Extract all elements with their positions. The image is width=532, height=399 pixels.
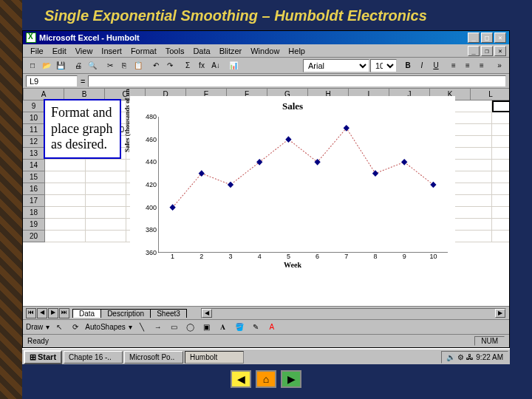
arrow-icon[interactable]: → bbox=[151, 321, 165, 334]
row-header[interactable]: 17 bbox=[23, 195, 45, 207]
line-icon[interactable]: ╲ bbox=[135, 321, 149, 334]
menu-help[interactable]: Help bbox=[284, 46, 310, 55]
instruction-callout: Format and place graph as desired. bbox=[44, 99, 121, 159]
doc-restore-button[interactable]: ❐ bbox=[481, 46, 493, 56]
font-name-select[interactable]: Arial bbox=[303, 59, 369, 72]
autoshapes-menu[interactable]: AutoShapes bbox=[85, 323, 126, 331]
cut-icon[interactable]: ✂ bbox=[103, 59, 117, 72]
taskbar-item[interactable]: Microsoft Po.. bbox=[124, 351, 183, 364]
menu-file[interactable]: File bbox=[26, 46, 48, 55]
start-button[interactable]: ⊞ Start bbox=[24, 350, 62, 364]
chart-icon[interactable]: 📊 bbox=[227, 59, 240, 72]
sheet-tab-data[interactable]: Data bbox=[72, 309, 101, 318]
taskbar-item-active[interactable]: Humbolt bbox=[185, 351, 244, 364]
sheet-tab-description[interactable]: Description bbox=[100, 309, 151, 318]
sheet-tabs-bar: ⏮ ◀ ▶ ⏭ Data Description Sheet3 ◀ ▶ bbox=[23, 306, 509, 319]
font-size-select[interactable]: 10 bbox=[370, 59, 397, 72]
menu-view[interactable]: View bbox=[71, 46, 98, 55]
autosum-icon[interactable]: Σ bbox=[181, 59, 194, 72]
row-header[interactable]: 12 bbox=[23, 136, 45, 148]
col-header[interactable]: A bbox=[24, 89, 64, 100]
align-left-icon[interactable]: ≡ bbox=[447, 59, 460, 72]
preview-icon[interactable]: 🔍 bbox=[86, 59, 99, 72]
embedded-chart[interactable]: Sales Sales (thousands of units) 3603804… bbox=[130, 96, 455, 273]
scroll-left-icon[interactable]: ◀ bbox=[202, 309, 212, 318]
home-slide-button[interactable]: ⌂ bbox=[256, 370, 276, 388]
oval-icon[interactable]: ◯ bbox=[184, 321, 197, 334]
rectangle-icon[interactable]: ▭ bbox=[168, 321, 181, 334]
align-center-icon[interactable]: ≡ bbox=[461, 59, 474, 72]
row-header[interactable]: 14 bbox=[23, 160, 45, 171]
next-slide-button[interactable]: ▶ bbox=[281, 370, 301, 388]
wordart-icon[interactable]: 𝐀 bbox=[216, 321, 230, 334]
sheet-area: A B C D E F G H I J K L 9 10 11 12 13 14… bbox=[23, 89, 509, 306]
tray-icon[interactable]: ⚙ bbox=[457, 353, 464, 361]
prev-slide-button[interactable]: ◀ bbox=[231, 370, 251, 388]
sort-asc-icon[interactable]: A↓ bbox=[209, 59, 222, 72]
row-header[interactable]: 9 bbox=[23, 100, 45, 112]
textbox-icon[interactable]: ▣ bbox=[200, 321, 214, 334]
maximize-button[interactable]: □ bbox=[481, 33, 493, 43]
italic-button[interactable]: I bbox=[415, 59, 429, 72]
row-header[interactable]: 11 bbox=[23, 124, 45, 136]
tab-prev-icon[interactable]: ◀ bbox=[37, 308, 47, 318]
chart-title: Sales bbox=[130, 96, 455, 115]
tray-icon[interactable]: 🔊 bbox=[446, 353, 455, 361]
row-header[interactable]: 20 bbox=[23, 231, 45, 242]
col-header[interactable]: L bbox=[471, 89, 509, 100]
doc-close-button[interactable]: × bbox=[494, 46, 506, 56]
x-ticks: 12345678910 bbox=[158, 253, 448, 262]
font-color-icon[interactable]: A bbox=[265, 321, 279, 334]
menu-blitzer[interactable]: Blitzer bbox=[215, 46, 247, 55]
minimize-button[interactable]: _ bbox=[468, 33, 480, 43]
formula-input[interactable] bbox=[88, 75, 506, 87]
select-objects-icon[interactable]: ↖ bbox=[52, 321, 66, 334]
decorative-left-stripe bbox=[0, 0, 22, 399]
row-header[interactable]: 16 bbox=[23, 183, 45, 195]
system-tray[interactable]: 🔊 ⚙ 🖧 9:22 AM bbox=[441, 351, 508, 364]
menu-edit[interactable]: Edit bbox=[48, 46, 71, 55]
undo-icon[interactable]: ↶ bbox=[149, 59, 163, 72]
new-icon[interactable]: □ bbox=[26, 59, 39, 72]
menu-format[interactable]: Format bbox=[126, 46, 161, 55]
tab-last-icon[interactable]: ⏭ bbox=[59, 308, 69, 318]
name-box[interactable]: L9 bbox=[26, 75, 78, 87]
horizontal-scrollbar[interactable]: ◀ ▶ bbox=[201, 308, 506, 318]
row-header[interactable]: 10 bbox=[23, 112, 45, 124]
menu-tools[interactable]: Tools bbox=[161, 46, 189, 55]
row-header[interactable]: 19 bbox=[23, 219, 45, 231]
function-icon[interactable]: fx bbox=[195, 59, 208, 72]
doc-minimize-button[interactable]: _ bbox=[468, 46, 480, 56]
excel-icon bbox=[26, 33, 36, 43]
save-icon[interactable]: 💾 bbox=[54, 59, 67, 72]
tab-first-icon[interactable]: ⏮ bbox=[26, 308, 36, 318]
draw-menu[interactable]: Draw bbox=[26, 323, 43, 331]
row-header[interactable]: 15 bbox=[23, 171, 45, 183]
open-icon[interactable]: 📂 bbox=[40, 59, 53, 72]
col-header[interactable]: B bbox=[64, 89, 105, 100]
svg-rect-28 bbox=[430, 182, 436, 188]
redo-icon[interactable]: ↷ bbox=[163, 59, 177, 72]
scroll-right-icon[interactable]: ▶ bbox=[495, 309, 505, 318]
paste-icon[interactable]: 📋 bbox=[132, 59, 145, 72]
more-icon[interactable]: » bbox=[493, 59, 506, 72]
close-button[interactable]: × bbox=[494, 33, 506, 43]
tab-next-icon[interactable]: ▶ bbox=[48, 308, 58, 318]
underline-button[interactable]: U bbox=[429, 59, 443, 72]
titlebar: Microsoft Excel - Humbolt _ □ × bbox=[23, 31, 509, 44]
print-icon[interactable]: 🖨 bbox=[72, 59, 85, 72]
sheet-tab-sheet3[interactable]: Sheet3 bbox=[150, 309, 187, 318]
fill-color-icon[interactable]: 🪣 bbox=[233, 321, 246, 334]
align-right-icon[interactable]: ≡ bbox=[475, 59, 488, 72]
tray-icon[interactable]: 🖧 bbox=[466, 353, 474, 361]
menu-data[interactable]: Data bbox=[188, 46, 214, 55]
row-header[interactable]: 13 bbox=[23, 148, 45, 160]
menu-insert[interactable]: Insert bbox=[97, 46, 126, 55]
taskbar-item[interactable]: Chapte 16 -.. bbox=[64, 351, 123, 364]
copy-icon[interactable]: ⎘ bbox=[117, 59, 131, 72]
row-header[interactable]: 18 bbox=[23, 207, 45, 219]
menu-window[interactable]: Window bbox=[246, 46, 284, 55]
bold-button[interactable]: B bbox=[401, 59, 415, 72]
rotate-icon[interactable]: ⟳ bbox=[69, 321, 82, 334]
line-color-icon[interactable]: ✎ bbox=[249, 321, 262, 334]
